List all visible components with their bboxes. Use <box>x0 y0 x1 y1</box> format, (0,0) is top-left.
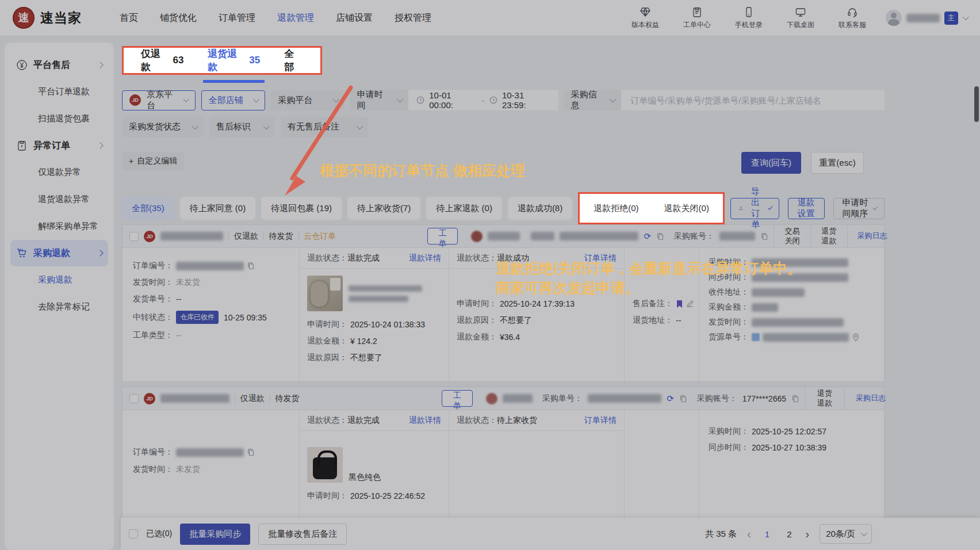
quick-mobile-login[interactable]: 手机登录 <box>735 6 763 30</box>
phone-icon <box>743 6 755 18</box>
status-tab-all[interactable]: 全部(35) <box>122 197 174 220</box>
status-tab-refund-rejected[interactable]: 退款拒绝(0) <box>584 197 648 220</box>
status-tab-refund-closed[interactable]: 退款关闭(0) <box>654 197 719 220</box>
refresh-icon[interactable]: ⟳ <box>667 394 674 403</box>
sidebar-item-scan-return-package[interactable]: 扫描退货包裹 <box>10 105 108 132</box>
sidebar-item-purchase-refund[interactable]: 采购退款 <box>10 266 108 293</box>
refund-detail-link[interactable]: 退款详情 <box>409 415 441 426</box>
search-input[interactable] <box>629 95 876 106</box>
user-name-blurred <box>906 14 940 22</box>
nav-home[interactable]: 首页 <box>120 12 138 24</box>
nav-order-management[interactable]: 订单管理 <box>219 12 255 24</box>
location-icon[interactable] <box>852 333 860 342</box>
tab-refund-only[interactable]: 仅退款63 <box>141 48 183 73</box>
select-all-checkbox[interactable] <box>129 529 138 538</box>
sidebar-item-unbind-purchase-abnormal[interactable]: 解绑采购单异常 <box>10 213 108 240</box>
chevron-right-icon <box>97 62 103 68</box>
date-start-input[interactable]: 10-01 00:00: <box>429 90 477 110</box>
batch-edit-note-button[interactable]: 批量修改售后备注 <box>258 524 347 545</box>
purchase-account-label: 采购账号： <box>674 231 714 242</box>
sort-order-select[interactable]: 申请时间顺序 <box>833 198 885 219</box>
status-tab-await-refund[interactable]: 待上家退款 (0) <box>426 197 502 220</box>
sidebar-item-remove-abnormal-mark[interactable]: 去除异常标记 <box>10 293 108 320</box>
apply-time-select[interactable]: 申请时间 <box>350 90 409 110</box>
trade-closed-status: 交易关闭 <box>774 225 810 247</box>
copy-icon[interactable] <box>656 232 664 240</box>
refund-status-value: 待上家收货 <box>497 415 537 425</box>
refund-detail-link[interactable]: 退款详情 <box>409 253 441 263</box>
ticket-button[interactable]: 工单 <box>442 390 473 407</box>
sidebar-item-refund-only-abnormal[interactable]: 仅退款异常 <box>10 159 108 186</box>
page-2[interactable]: 2 <box>783 528 795 540</box>
sidebar-item-platform-order-refund[interactable]: 平台订单退款 <box>10 78 108 105</box>
status-tab-await-receive[interactable]: 待上家收货(7) <box>347 197 420 220</box>
pagination: 共 35 条 ‹ 1 2 › 20条/页 <box>705 524 872 544</box>
purchase-ship-status-select[interactable]: 采购发货状态 <box>122 117 204 137</box>
main-content: 仅退款63 退货退款35 全部 JD 京东平台 全部店铺 采购平台 申请时间 <box>122 41 885 544</box>
reset-button[interactable]: 重置(esc) <box>811 152 864 174</box>
sidebar-group-purchase-refund[interactable]: 采购退款 <box>10 240 108 266</box>
refund-settings-button[interactable]: 退款设置 <box>788 198 825 219</box>
copy-icon[interactable] <box>679 395 687 403</box>
export-icon <box>739 204 743 212</box>
purchase-log-link[interactable]: 采购日志 <box>847 225 884 247</box>
purchase-info-select[interactable]: 采购信息 <box>564 90 621 110</box>
quick-version-rights[interactable]: 版本权益 <box>631 6 659 30</box>
platform-select[interactable]: JD 京东平台 <box>122 90 196 110</box>
order-detail-link[interactable]: 订单详情 <box>584 253 617 263</box>
nav-shop-settings[interactable]: 店铺设置 <box>336 12 373 24</box>
query-button[interactable]: 查询(回车) <box>741 152 801 174</box>
status-tab-await-return-package[interactable]: 待退回包裹 (19) <box>261 197 342 220</box>
sidebar: 平台售后 平台订单退款 扫描退货包裹 异常订单 仅退款异常 退货退款异常 解绑采… <box>5 43 114 550</box>
order-detail-link[interactable]: 订单详情 <box>584 415 617 426</box>
custom-edit-button[interactable]: + 自定义编辑 <box>122 152 184 170</box>
shop-select[interactable]: 全部店铺 <box>201 90 266 110</box>
batch-purchase-sync-button[interactable]: 批量采购同步 <box>180 524 250 545</box>
next-page-icon[interactable]: › <box>805 528 809 541</box>
scrollbar-thumb[interactable] <box>974 86 979 122</box>
aftersale-flag-select[interactable]: 售后标识 <box>209 117 275 137</box>
sync-time-blurred <box>752 273 848 282</box>
order-info-column: 订单编号： 发货时间：未发货 发货单号：-- 中转状态：仓库已收件10-25 0… <box>122 248 299 381</box>
sidebar-group-platform-aftersale[interactable]: 平台售后 <box>10 52 108 78</box>
ticket-button[interactable]: 工单 <box>427 228 458 245</box>
date-end-input[interactable]: 10-31 23:59: <box>502 90 550 110</box>
selected-count: 已选(0) <box>146 529 172 539</box>
sidebar-group-abnormal-orders[interactable]: 异常订单 <box>10 132 108 159</box>
purchase-log-link[interactable]: 采购日志 <box>844 387 884 410</box>
refund-type-tag: 仅退款 <box>240 394 265 404</box>
prev-page-icon[interactable]: ‹ <box>747 528 751 541</box>
copy-icon[interactable] <box>247 448 255 456</box>
quick-download-desktop[interactable]: 下载桌面 <box>787 6 814 30</box>
has-aftersale-note-select[interactable]: 有无售后备注 <box>281 117 368 137</box>
page-1[interactable]: 1 <box>761 528 773 540</box>
status-tab-await-agree[interactable]: 待上家同意 (0) <box>180 197 256 220</box>
copy-icon[interactable] <box>760 232 768 240</box>
quick-contact-support[interactable]: 联系客服 <box>839 6 866 30</box>
copy-icon[interactable] <box>247 262 255 270</box>
purchase-ship-time-blurred <box>752 318 844 327</box>
status-tab-refund-success[interactable]: 退款成功(8) <box>508 197 572 220</box>
purchase-platform-select[interactable]: 采购平台 <box>271 90 344 110</box>
row-checkbox[interactable] <box>129 232 139 241</box>
refund-type-tabs: 仅退款63 退货退款35 全部 <box>122 46 322 75</box>
edit-icon[interactable] <box>686 300 694 308</box>
ship-time-value: 未发货 <box>176 277 200 288</box>
export-orders-button[interactable]: 导出订单 <box>730 198 779 219</box>
row-checkbox[interactable] <box>129 394 139 403</box>
sidebar-item-return-refund-abnormal[interactable]: 退货退款异常 <box>10 186 108 213</box>
tab-return-refund[interactable]: 退货退款35 <box>208 48 260 73</box>
bookmark-icon[interactable] <box>676 300 683 308</box>
transit-time-value: 10-25 09:35 <box>224 313 267 322</box>
page-size-select[interactable]: 20条/页 <box>820 524 872 544</box>
user-menu[interactable]: 主 <box>886 10 967 26</box>
nav-listing-optimize[interactable]: 铺货优化 <box>160 12 197 24</box>
nav-auth-management[interactable]: 授权管理 <box>395 12 431 24</box>
copy-icon[interactable] <box>791 395 799 403</box>
purchase-account-value: 177****2665 <box>742 394 786 403</box>
jd-platform-icon: JD <box>144 231 155 242</box>
nav-refund-management[interactable]: 退款管理 <box>277 12 314 24</box>
quick-ticket-center[interactable]: 工单中心 <box>683 6 711 30</box>
tab-all[interactable]: 全部 <box>284 48 303 73</box>
refresh-icon[interactable]: ⟳ <box>644 232 651 240</box>
